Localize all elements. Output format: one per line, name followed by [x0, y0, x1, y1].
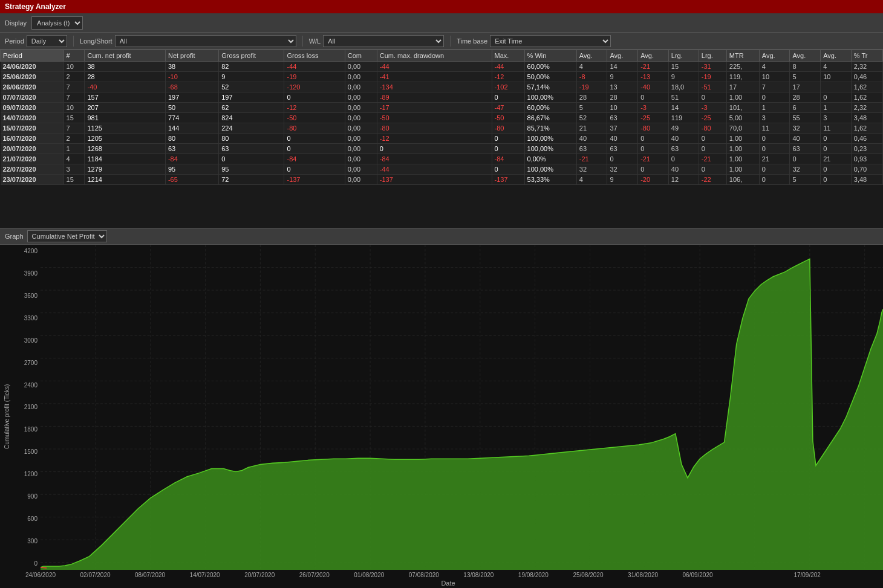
cell-19: 3,48 — [851, 113, 882, 123]
y-axis-label: Cumulative profit (Ticks) — [0, 245, 13, 588]
cell-17: 5 — [790, 72, 821, 82]
cell-1: 4 — [64, 154, 85, 164]
x-axis-tick-label: 24/06/2020 — [25, 572, 56, 578]
th-period: Period — [1, 50, 64, 62]
table-body: 24/06/202010383882-440,00-44-4460,00%414… — [1, 62, 883, 185]
cell-4: 80 — [219, 134, 284, 144]
table-row: 14/07/202015981774824-500,00-50-5086,67%… — [1, 113, 883, 123]
cell-12: -21 — [638, 154, 669, 164]
cell-2: 1279 — [85, 164, 165, 175]
cell-4: 63 — [219, 144, 284, 154]
cell-0: 25/06/2020 — [1, 72, 64, 82]
cell-3: -65 — [165, 175, 218, 185]
cell-19: 0,23 — [851, 144, 882, 154]
cell-0: 09/07/2020 — [1, 103, 64, 113]
cell-5: 0 — [284, 92, 345, 103]
cell-15: 101, — [726, 103, 759, 113]
cell-8: -137 — [492, 175, 524, 185]
cell-2: 38 — [85, 62, 165, 72]
x-axis-tick-label: 20/07/2020 — [244, 572, 275, 578]
cell-8: -12 — [492, 72, 524, 82]
cell-6: 0,00 — [345, 123, 377, 134]
period-label: Period — [5, 37, 24, 45]
cell-2: -40 — [85, 82, 165, 92]
cell-6: 0,00 — [345, 62, 377, 72]
cell-4: 52 — [219, 82, 284, 92]
cell-9: 100,00% — [524, 164, 576, 175]
cell-9: 85,71% — [524, 123, 576, 134]
x-axis-tick-label: 17/09/202 — [793, 572, 821, 578]
longshort-filter: Long/Short All Long Short — [80, 35, 296, 47]
cell-8: -102 — [492, 82, 524, 92]
th-avg2: Avg. — [607, 50, 638, 62]
cell-6: 0,00 — [345, 154, 377, 164]
data-table-container[interactable]: Period # Cum. net profit Net profit Gros… — [0, 50, 883, 228]
cell-4: 224 — [219, 123, 284, 134]
cell-12: 0 — [638, 134, 669, 144]
cell-1: 7 — [64, 92, 85, 103]
cell-16: 0 — [759, 144, 790, 154]
cell-9: 50,00% — [524, 72, 576, 82]
chart-area: Cumulative profit (Ticks) 42003900360033… — [0, 245, 883, 588]
cell-2: 207 — [85, 103, 165, 113]
cell-3: 95 — [165, 164, 218, 175]
svg-line-31 — [41, 567, 47, 568]
cell-5: -120 — [284, 82, 345, 92]
cell-3: 50 — [165, 103, 218, 113]
period-select[interactable]: Daily Weekly Monthly — [27, 35, 67, 47]
cell-6: 0,00 — [345, 134, 377, 144]
y-axis-tick-label: 4200 — [15, 248, 39, 254]
cell-11: 13 — [607, 82, 638, 92]
cell-11: 9 — [607, 175, 638, 185]
cell-13: 63 — [668, 144, 699, 154]
cell-12: -21 — [638, 62, 669, 72]
cell-18: 0 — [821, 164, 852, 175]
th-pct-win: % Win — [524, 50, 576, 62]
x-axis-tick-label: 02/07/2020 — [80, 572, 111, 578]
cell-18: 4 — [821, 62, 852, 72]
cell-18 — [821, 82, 852, 92]
cell-1: 10 — [64, 62, 85, 72]
wl-select[interactable]: All Win Loss — [323, 35, 444, 47]
cell-14: -22 — [699, 175, 726, 185]
longshort-select[interactable]: All Long Short — [115, 35, 296, 47]
cell-19: 0,70 — [851, 164, 882, 175]
cell-10: 52 — [576, 113, 607, 123]
th-num: # — [64, 50, 85, 62]
cell-17: 5 — [790, 175, 821, 185]
timebase-select[interactable]: Exit Time Entry Time — [490, 35, 611, 47]
cell-18: 0 — [821, 134, 852, 144]
graph-type-select[interactable]: Cumulative Net Profit Net Profit Drawdow… — [27, 230, 107, 242]
cell-13: 40 — [668, 164, 699, 175]
x-axis-tick-label: 08/07/2020 — [135, 572, 165, 578]
cell-12: 0 — [638, 92, 669, 103]
x-axis-tick-label: 25/08/2020 — [573, 572, 603, 578]
cell-12: -20 — [638, 175, 669, 185]
cell-9: 86,67% — [524, 113, 576, 123]
cell-3: 80 — [165, 134, 218, 144]
filter-separator-2 — [302, 36, 303, 47]
cell-15: 1,00 — [726, 144, 759, 154]
cell-12: -40 — [638, 82, 669, 92]
timebase-filter: Time base Exit Time Entry Time — [457, 35, 611, 47]
display-select[interactable]: Analysis (t) Overview Trades — [31, 16, 83, 30]
cell-16: 3 — [759, 113, 790, 123]
cell-14: 0 — [699, 134, 726, 144]
wl-label: W/L — [309, 37, 321, 45]
app-title: Strategy Analyzer — [5, 2, 66, 11]
cell-0: 22/07/2020 — [1, 164, 64, 175]
cell-2: 1184 — [85, 154, 165, 164]
cell-12: 0 — [638, 144, 669, 154]
th-lrg1: Lrg. — [668, 50, 699, 62]
cell-4: 0 — [219, 154, 284, 164]
cell-13: 40 — [668, 134, 699, 144]
y-axis-tick-label: 900 — [15, 493, 39, 500]
cell-15: 1,00 — [726, 154, 759, 164]
cell-14: 0 — [699, 144, 726, 154]
longshort-label: Long/Short — [80, 37, 112, 45]
cell-13: 51 — [668, 92, 699, 103]
cell-14: 0 — [699, 164, 726, 175]
cell-1: 7 — [64, 82, 85, 92]
table-row: 07/07/2020715719719700,00-890100,00%2828… — [1, 92, 883, 103]
table-row: 26/06/20207-40-6852-1200,00-134-10257,14… — [1, 82, 883, 92]
